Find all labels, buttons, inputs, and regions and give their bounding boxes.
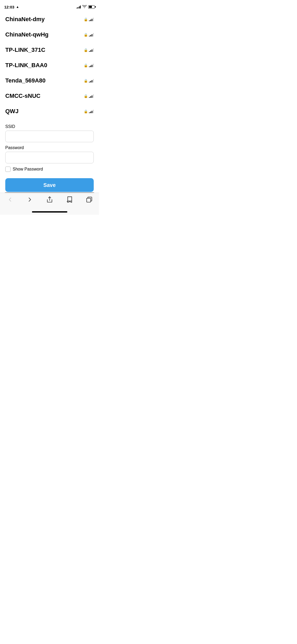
back-button[interactable] — [4, 196, 16, 203]
show-password-row: Show Password — [5, 167, 94, 172]
network-item[interactable]: ChinaNet-qwHg🔒 — [5, 27, 94, 42]
network-icons: 🔒 — [84, 17, 94, 21]
lock-icon: 🔒 — [84, 63, 88, 67]
network-icons: 🔒 — [84, 94, 94, 98]
lock-icon: 🔒 — [84, 33, 88, 37]
ssid-input[interactable] — [5, 131, 94, 142]
forward-button[interactable] — [24, 196, 36, 203]
network-item[interactable]: ChinaNet-dmy🔒 — [5, 12, 94, 27]
tabs-button[interactable] — [83, 196, 95, 203]
main-scroll-area: ChinaNet-dmy🔒ChinaNet-qwHg🔒TP-LINK_371C🔒… — [0, 12, 99, 193]
network-name: TP-LINK_371C — [5, 47, 45, 53]
battery-icon — [88, 5, 95, 9]
signal-icon — [89, 17, 94, 21]
network-name: QWJ — [5, 108, 18, 115]
network-name: CMCC-sNUC — [5, 93, 40, 99]
signal-icon — [89, 33, 94, 36]
home-indicator — [32, 211, 67, 213]
status-bar: 12:03 ▲ — [0, 0, 99, 12]
lock-icon: 🔒 — [84, 79, 88, 83]
location-icon: ▲ — [16, 5, 19, 9]
password-input[interactable] — [5, 152, 94, 163]
network-list: ChinaNet-dmy🔒ChinaNet-qwHg🔒TP-LINK_371C🔒… — [5, 12, 94, 119]
network-name: ChinaNet-dmy — [5, 16, 45, 23]
password-label: Password — [5, 145, 94, 150]
network-item[interactable]: TP-LINK_BAA0🔒 — [5, 58, 94, 73]
wifi-form: SSID Password Show Password Save Refresh… — [5, 124, 94, 193]
save-button[interactable]: Save — [5, 178, 94, 192]
signal-icon — [89, 48, 94, 52]
share-button[interactable] — [44, 196, 56, 203]
show-password-label: Show Password — [13, 167, 43, 172]
status-time: 12:03 ▲ — [4, 5, 19, 9]
signal-icon — [89, 63, 94, 67]
network-icons: 🔒 — [84, 63, 94, 67]
show-password-checkbox[interactable] — [5, 167, 11, 172]
network-icons: 🔒 — [84, 109, 94, 113]
network-item[interactable]: TP-LINK_371C🔒 — [5, 42, 94, 58]
lock-icon: 🔒 — [84, 17, 88, 21]
signal-icon — [89, 94, 94, 98]
lock-icon: 🔒 — [84, 48, 88, 52]
network-icons: 🔒 — [84, 33, 94, 37]
signal-icon — [89, 79, 94, 82]
network-item[interactable]: CMCC-sNUC🔒 — [5, 88, 94, 104]
bookmarks-button[interactable] — [63, 196, 76, 203]
network-name: ChinaNet-qwHg — [5, 31, 49, 38]
status-icons — [77, 5, 95, 9]
network-name: TP-LINK_BAA0 — [5, 62, 47, 69]
svg-rect-1 — [87, 198, 91, 202]
ssid-label: SSID — [5, 124, 94, 129]
network-name: Tenda_569A80 — [5, 77, 45, 84]
wifi-icon — [82, 5, 87, 9]
cellular-signal-icon — [77, 5, 81, 8]
lock-icon: 🔒 — [84, 109, 88, 113]
network-icons: 🔒 — [84, 79, 94, 83]
signal-icon — [89, 109, 94, 113]
lock-icon: 🔒 — [84, 94, 88, 98]
network-item[interactable]: QWJ🔒 — [5, 104, 94, 119]
network-item[interactable]: Tenda_569A80🔒 — [5, 73, 94, 88]
network-icons: 🔒 — [84, 48, 94, 52]
